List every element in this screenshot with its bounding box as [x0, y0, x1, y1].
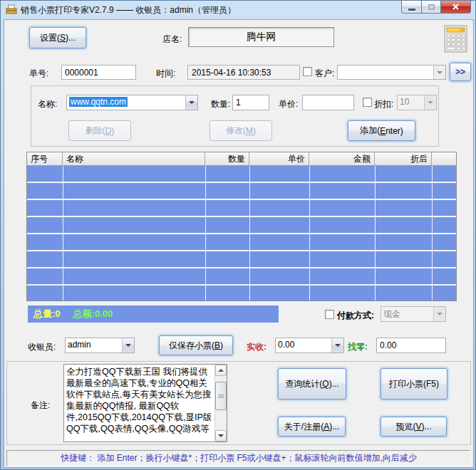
total-quantity: 总量:0: [33, 308, 61, 320]
customer-value: [338, 66, 433, 79]
chevron-down-icon: [424, 95, 436, 110]
item-name-value: www.qqtn.com: [69, 97, 128, 107]
store-name-label: 店名:: [162, 33, 182, 46]
discount-checkbox[interactable]: [363, 98, 372, 107]
payment-method-label: 付款方式:: [337, 310, 374, 322]
column-header-discounted[interactable]: 折后: [375, 152, 432, 166]
cashier-value: admin: [66, 338, 122, 352]
add-button[interactable]: 添加(Enter): [348, 120, 415, 141]
change-label: 找零:: [348, 341, 368, 353]
table-grid-line: [375, 166, 376, 301]
cashier-label: 收银员:: [28, 341, 56, 353]
expand-button[interactable]: >>: [450, 63, 471, 81]
app-window: 销售小票打印专家V2.7.9 —— 收银员：admin（管理员） 设置(S)..…: [0, 0, 476, 470]
customer-label: 客户:: [315, 68, 334, 80]
table-grid-line: [63, 166, 63, 301]
chevron-down-icon[interactable]: [433, 66, 445, 79]
app-icon: [6, 4, 18, 16]
item-name-combo[interactable]: www.qqtn.com: [66, 95, 198, 110]
maximize-button[interactable]: [422, 1, 441, 14]
column-header-filler: [432, 152, 456, 166]
remarks-textarea[interactable]: [64, 365, 214, 442]
payment-method-value: 现金: [381, 307, 433, 321]
window-controls: [401, 1, 471, 14]
table-body[interactable]: [27, 166, 456, 301]
shortcut-hints: 快捷键： 添加 Enter；换行小键盘*；打印小票 F5或小键盘+；鼠标滚轮向前…: [61, 452, 417, 464]
column-header-qty[interactable]: 数量: [205, 152, 249, 166]
remarks-label: 备注:: [31, 400, 50, 412]
totals-bar: 总量:0 总额:0.00: [28, 306, 279, 323]
payment-method-checkbox[interactable]: [325, 310, 334, 319]
order-number-label: 单号:: [29, 68, 48, 80]
preview-button[interactable]: 预览(V)...: [381, 417, 447, 437]
received-label: 实收:: [247, 341, 267, 353]
customer-select[interactable]: [337, 65, 446, 80]
chevron-down-icon[interactable]: [122, 338, 134, 352]
column-header-price[interactable]: 单价: [249, 152, 309, 166]
scroll-down-icon[interactable]: [215, 430, 227, 442]
payment-method-select: 现金: [381, 306, 446, 322]
titlebar: 销售小票打印专家V2.7.9 —— 收银员：admin（管理员）: [1, 1, 475, 19]
time-value-box: 2015-04-16 10:30:53: [187, 65, 300, 80]
query-stats-button[interactable]: 查询统计(Q)...: [278, 368, 346, 400]
chevron-down-icon[interactable]: [331, 338, 343, 352]
maximize-icon: [428, 4, 435, 10]
save-receipt-button[interactable]: 仅保存小票(B): [159, 335, 233, 355]
status-bar: 快捷键： 添加 Enter；换行小键盘*；打印小票 F5或小键盘+；鼠标滚轮向前…: [6, 450, 471, 466]
settings-button[interactable]: 设置(S)...: [29, 27, 86, 48]
modify-button: 修改(M): [209, 120, 272, 141]
minimize-button[interactable]: [401, 1, 422, 14]
table-grid-line: [205, 166, 206, 301]
quantity-label: 数量:: [211, 98, 230, 110]
minimize-icon: [408, 9, 415, 11]
column-header-index[interactable]: 序号: [27, 152, 63, 166]
close-button[interactable]: [441, 1, 471, 14]
unit-price-input[interactable]: [302, 95, 354, 110]
column-header-name[interactable]: 名称: [63, 152, 205, 166]
table-grid-line: [309, 166, 310, 301]
store-name-box: 腾牛网: [188, 27, 334, 47]
item-name-label: 名称:: [38, 98, 57, 110]
calculator-icon[interactable]: [444, 25, 468, 53]
cashier-select[interactable]: admin: [65, 338, 135, 353]
delete-button: 删除(D): [68, 120, 131, 141]
received-amount-combo[interactable]: 0.00: [275, 338, 344, 353]
chevron-down-icon: [433, 307, 445, 321]
order-number-input[interactable]: [61, 65, 136, 80]
table-grid-line: [432, 166, 433, 301]
scroll-up-icon[interactable]: [215, 365, 227, 376]
discount-value: 10: [398, 95, 424, 110]
table-grid-line: [249, 166, 250, 301]
window-title: 销售小票打印专家V2.7.9 —— 收银员：admin（管理员）: [21, 4, 236, 16]
total-amount: 总额:0.00: [73, 308, 113, 320]
table-header: 序号 名称 数量 单价 金额 折后: [27, 152, 456, 166]
items-table: 序号 名称 数量 单价 金额 折后: [26, 152, 457, 301]
print-receipt-button[interactable]: 打印小票(F5): [381, 368, 447, 400]
scrollbar-thumb[interactable]: [215, 382, 227, 410]
customer-checkbox[interactable]: [303, 67, 312, 76]
change-input[interactable]: [376, 338, 446, 353]
chevron-down-icon[interactable]: [185, 95, 197, 110]
discount-label: 折扣:: [374, 98, 393, 110]
discount-select: 10: [397, 95, 437, 110]
time-label: 时间:: [156, 68, 175, 80]
unit-price-label: 单价:: [279, 98, 298, 110]
about-register-button[interactable]: 关于/注册(A)...: [278, 417, 346, 437]
remarks-scrollbar[interactable]: [214, 365, 227, 442]
quantity-input[interactable]: [232, 95, 269, 110]
received-amount-value: 0.00: [276, 338, 331, 352]
close-icon: [452, 4, 460, 11]
column-header-amount[interactable]: 金额: [309, 152, 375, 166]
remarks-box: [63, 364, 227, 442]
